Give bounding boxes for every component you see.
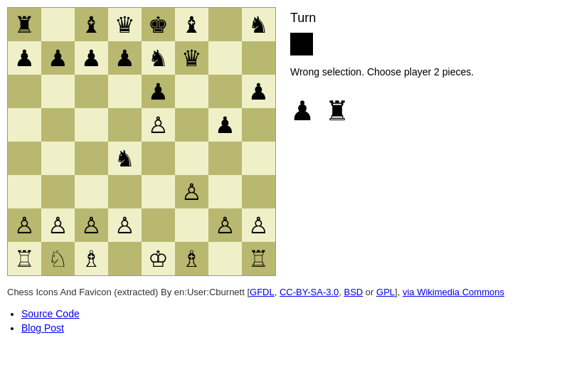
gpl-link[interactable]: GPL	[376, 287, 395, 297]
chess-piece: ♞	[115, 147, 135, 170]
chess-piece: ♝	[181, 14, 202, 36]
cell-3-1[interactable]	[41, 108, 75, 142]
cell-4-5[interactable]	[175, 142, 208, 175]
cell-6-5[interactable]	[175, 208, 208, 242]
cell-0-7[interactable]: ♞	[242, 8, 275, 41]
cc-link[interactable]: CC-BY-SA-3.0	[280, 287, 339, 297]
chess-piece: ♙	[48, 214, 68, 237]
blog-post-link[interactable]: Blog Post	[21, 322, 64, 334]
cell-7-6[interactable]	[208, 242, 242, 275]
cell-5-1[interactable]	[41, 175, 75, 208]
cell-3-0[interactable]	[8, 108, 41, 142]
bsd-link[interactable]: BSD	[344, 287, 363, 297]
cell-6-0[interactable]: ♙	[8, 208, 41, 242]
cell-4-4[interactable]	[142, 142, 175, 175]
cell-4-6[interactable]	[208, 142, 242, 175]
cell-0-2[interactable]: ♝	[75, 8, 108, 41]
cell-7-4[interactable]: ♔	[142, 242, 175, 275]
cell-7-2[interactable]: ♗	[75, 242, 108, 275]
source-code-item: Source Code	[21, 308, 577, 319]
chess-piece: ♖	[248, 248, 269, 270]
cell-1-6[interactable]	[208, 41, 242, 75]
cell-2-7[interactable]: ♟	[242, 75, 275, 108]
cell-0-3[interactable]: ♛	[108, 8, 142, 41]
chess-piece: ♟	[14, 47, 35, 70]
chess-piece: ♟	[148, 80, 169, 103]
chess-piece: ♞	[148, 47, 169, 70]
cell-5-5[interactable]: ♙	[175, 175, 208, 208]
chess-piece: ♚	[148, 14, 169, 36]
cell-1-1[interactable]: ♟	[41, 41, 75, 75]
cell-4-0[interactable]	[8, 142, 41, 175]
chess-piece: ♗	[81, 248, 102, 270]
cell-1-0[interactable]: ♟	[8, 41, 41, 75]
main-container: ♜♝♛♚♝♞♟♟♟♟♞♛♟♟♙♟♞♙♙♙♙♙♙♙♖♘♗♔♗♖ Turn Wron…	[7, 7, 577, 276]
chess-piece: ♛	[181, 47, 202, 70]
cell-6-2[interactable]: ♙	[75, 208, 108, 242]
cell-5-0[interactable]	[8, 175, 41, 208]
cell-4-7[interactable]	[242, 142, 275, 175]
cell-0-1[interactable]	[41, 8, 75, 41]
cell-6-1[interactable]: ♙	[41, 208, 75, 242]
cell-5-2[interactable]	[75, 175, 108, 208]
cell-0-4[interactable]: ♚	[142, 8, 175, 41]
cell-4-3[interactable]: ♞	[108, 142, 142, 175]
cell-1-4[interactable]: ♞	[142, 41, 175, 75]
cell-2-4[interactable]: ♟	[142, 75, 175, 108]
chess-board: ♜♝♛♚♝♞♟♟♟♟♞♛♟♟♙♟♞♙♙♙♙♙♙♙♖♘♗♔♗♖	[7, 7, 276, 276]
cell-2-3[interactable]	[108, 75, 142, 108]
cell-1-3[interactable]: ♟	[108, 41, 142, 75]
cell-4-1[interactable]	[41, 142, 75, 175]
chess-piece: ♙	[148, 114, 169, 137]
cell-7-5[interactable]: ♗	[175, 242, 208, 275]
cell-2-6[interactable]	[208, 75, 242, 108]
cell-3-3[interactable]	[108, 108, 142, 142]
cell-1-2[interactable]: ♟	[75, 41, 108, 75]
cell-0-0[interactable]: ♜	[8, 8, 41, 41]
cell-5-6[interactable]	[208, 175, 242, 208]
cell-3-2[interactable]	[75, 108, 108, 142]
chess-piece: ♙	[14, 214, 35, 237]
captured-pieces: ♟ ♜	[290, 95, 474, 127]
cell-6-6[interactable]: ♙	[208, 208, 242, 242]
cell-2-5[interactable]	[175, 75, 208, 108]
cell-7-1[interactable]: ♘	[41, 242, 75, 275]
cell-1-5[interactable]: ♛	[175, 41, 208, 75]
cell-7-3[interactable]	[108, 242, 142, 275]
wikimedia-link[interactable]: via Wikimedia Commons	[403, 287, 504, 297]
chess-piece: ♙	[181, 181, 202, 203]
cell-3-5[interactable]	[175, 108, 208, 142]
cell-7-7[interactable]: ♖	[242, 242, 275, 275]
chess-piece: ♙	[81, 214, 102, 237]
chess-piece: ♟	[81, 47, 102, 70]
chess-piece: ♗	[181, 248, 202, 270]
cell-0-6[interactable]	[208, 8, 242, 41]
cell-6-3[interactable]: ♙	[108, 208, 142, 242]
cell-2-0[interactable]	[8, 75, 41, 108]
cell-3-7[interactable]	[242, 108, 275, 142]
cell-4-2[interactable]	[75, 142, 108, 175]
cell-5-4[interactable]	[142, 175, 175, 208]
cell-7-0[interactable]: ♖	[8, 242, 41, 275]
cell-0-5[interactable]: ♝	[175, 8, 208, 41]
chess-piece: ♜	[14, 14, 35, 36]
cell-1-7[interactable]	[242, 41, 275, 75]
cell-5-7[interactable]	[242, 175, 275, 208]
chess-piece: ♙	[215, 214, 235, 237]
turn-label: Turn	[290, 11, 474, 26]
source-code-link[interactable]: Source Code	[21, 308, 80, 319]
cell-3-6[interactable]: ♟	[208, 108, 242, 142]
chess-piece: ♘	[48, 248, 68, 270]
cell-5-3[interactable]	[108, 175, 142, 208]
chess-piece: ♟	[215, 114, 235, 137]
cell-6-7[interactable]: ♙	[242, 208, 275, 242]
chess-piece: ♔	[148, 248, 169, 270]
gfdl-link[interactable]: GFDL	[250, 287, 275, 297]
cell-2-2[interactable]	[75, 75, 108, 108]
cell-2-1[interactable]	[41, 75, 75, 108]
cell-3-4[interactable]: ♙	[142, 108, 175, 142]
cell-6-4[interactable]	[142, 208, 175, 242]
right-panel: Turn Wrong selection. Choose player 2 pi…	[290, 7, 474, 127]
turn-color-box	[290, 33, 313, 55]
chess-piece: ♞	[248, 14, 269, 36]
